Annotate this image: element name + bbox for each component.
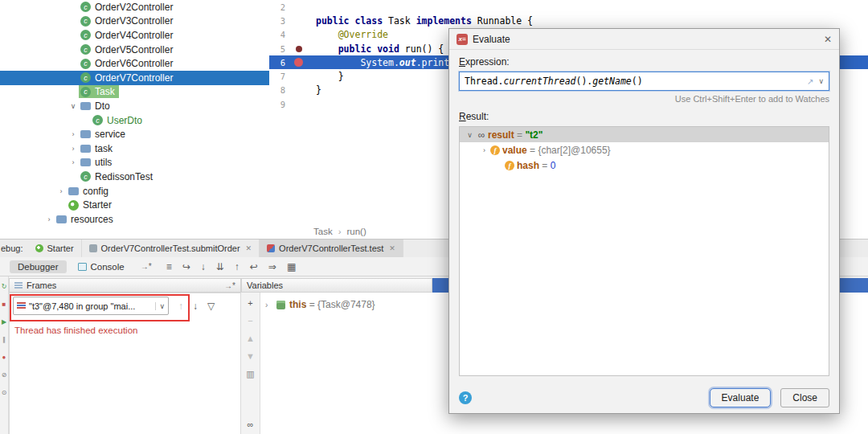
step-out-icon[interactable]: ↑ [235, 261, 240, 272]
settings-icon[interactable]: ⊙ [2, 389, 7, 396]
tree-item-content: cOrderV4Controller [79, 29, 177, 42]
chevron-right-icon[interactable]: › [68, 158, 79, 166]
chevron-right-icon[interactable]: › [55, 187, 67, 195]
tree-item-OrderV6Controller[interactable]: cOrderV6Controller [0, 56, 269, 71]
help-icon[interactable]: ? [459, 391, 472, 404]
view-breakpoints-grid-icon[interactable]: ▦ [287, 261, 296, 272]
show-execution-point-icon[interactable]: ≡ [166, 261, 172, 272]
breakpoint-icon[interactable] [294, 58, 303, 67]
previous-frame-icon[interactable]: ↑ [178, 301, 183, 312]
step-over-icon[interactable]: ↪ [182, 261, 190, 272]
tree-item-RedissonTest[interactable]: cRedissonTest [0, 170, 269, 184]
thread-selector[interactable]: "t3"@7,480 in group "mai... ∨ [13, 297, 169, 315]
close-tab-icon[interactable]: ✕ [246, 244, 252, 252]
stop-icon[interactable]: ■ [2, 301, 6, 308]
watches-hint: Use Ctrl+Shift+Enter to add to Watches [459, 94, 829, 104]
breadcrumb-method[interactable]: run() [347, 227, 366, 236]
tree-item-service[interactable]: ›service [0, 127, 269, 141]
evaluate-dialog: x= Evaluate ✕ Expression: Thread.current… [448, 28, 840, 414]
tree-item-content: config [67, 185, 113, 198]
force-step-into-icon[interactable]: ⇊ [216, 261, 224, 272]
tree-item-task[interactable]: ›task [0, 141, 269, 156]
chevron-down-icon[interactable]: ∨ [68, 102, 79, 110]
chevron-down-icon[interactable]: ∨ [818, 77, 824, 85]
expression-label: Expression: [459, 56, 829, 68]
chevron-right-icon[interactable]: › [479, 146, 489, 154]
tab-console[interactable]: Console [70, 260, 133, 273]
chevron-right-icon[interactable]: › [43, 215, 55, 223]
drop-frame-icon[interactable]: ↩ [250, 261, 258, 272]
chevron-right-icon[interactable]: › [68, 130, 79, 138]
move-watch-down-icon[interactable]: ▼ [246, 351, 255, 361]
dialog-title: Evaluate [473, 34, 510, 45]
gutter [287, 42, 316, 55]
tree-item-content: cOrderV7Controller [79, 72, 177, 84]
move-watch-up-icon[interactable]: ▲ [246, 334, 255, 343]
run-to-cursor-icon[interactable]: ⇒ [268, 261, 276, 272]
tree-item-content: task [79, 142, 117, 155]
duplicate-watch-icon[interactable]: ▥ [246, 369, 254, 379]
tree-item-OrderV7Controller[interactable]: cOrderV7Controller [0, 71, 269, 85]
tree-item-OrderV4Controller[interactable]: cOrderV4Controller [0, 28, 269, 43]
close-icon[interactable]: ✕ [824, 34, 832, 45]
close-tab-icon[interactable]: ✕ [389, 244, 395, 252]
tree-item-label: task [95, 143, 113, 154]
frames-options-icon[interactable]: →* [224, 281, 235, 290]
class-icon: c [80, 30, 91, 40]
gutter [287, 84, 316, 97]
expression-input[interactable]: Thread.currentThread().getName() ↗ ∨ [459, 72, 829, 91]
chevron-down-icon[interactable]: ∨ [155, 302, 165, 310]
chevron-right-icon[interactable]: › [68, 145, 79, 153]
frames-toolbar: "t3"@7,480 in group "mai... ∨ ↑ ↓ ▽ [13, 297, 215, 315]
scroll-to-end-icon[interactable]: →* [141, 262, 152, 271]
line-number: 8 [269, 85, 287, 95]
variables-toolbar: +−▲▼▥∞ [241, 293, 260, 434]
chevron-right-icon[interactable]: › [265, 301, 275, 309]
field-icon: f [505, 161, 514, 170]
tree-item-Starter[interactable]: Starter [0, 198, 269, 212]
rerun-icon[interactable]: ↻ [2, 283, 7, 290]
result-row-result[interactable]: ∨∞result = "t2" [460, 127, 829, 142]
tree-item-OrderV3Controller[interactable]: cOrderV3Controller [0, 14, 269, 29]
resume-icon[interactable]: ▶ [2, 318, 6, 326]
tab-debugger[interactable]: Debugger [10, 260, 67, 273]
folder-icon [80, 158, 91, 166]
dialog-body: Expression: Thread.currentThread().getNa… [449, 50, 839, 383]
tree-item-resources[interactable]: ›resources [0, 212, 269, 227]
filter-icon[interactable]: ▽ [207, 301, 215, 312]
tree-item-OrderV2Controller[interactable]: cOrderV2Controller [0, 0, 269, 14]
pause-icon[interactable]: ∥ [2, 336, 6, 343]
evaluate-watches-icon[interactable]: ∞ [248, 420, 254, 429]
evaluate-button[interactable]: Evaluate [710, 388, 772, 407]
variables-title: Variables [247, 280, 283, 290]
code-line-3[interactable]: 3public class Task implements Runnable { [269, 14, 868, 27]
tree-item-OrderV5Controller[interactable]: cOrderV5Controller [0, 43, 269, 57]
add-watch-icon[interactable]: + [248, 298, 252, 308]
tree-item-Dto[interactable]: ∨Dto [0, 99, 269, 113]
result-row-hash[interactable]: fhash = 0 [460, 158, 829, 173]
chevron-down-icon[interactable]: ∨ [465, 131, 475, 139]
mute-breakpoints-icon[interactable]: ⊘ [2, 371, 7, 379]
dialog-titlebar[interactable]: x= Evaluate ✕ [449, 29, 839, 50]
debugger-side-toolbar: ↻■▶∥●⊘⊙ [0, 276, 9, 434]
breadcrumb-class[interactable]: Task [313, 227, 333, 236]
session-tab-OrderV7ControllerTest.submitOrder[interactable]: OrderV7ControllerTest.submitOrder✕ [82, 240, 260, 257]
view-breakpoints-icon[interactable]: ● [2, 354, 6, 361]
result-row-value[interactable]: ›fvalue = {char[2]@10655} [460, 142, 829, 158]
tree-item-Task[interactable]: cTask [0, 85, 269, 100]
session-tab-OrderV7ControllerTest.test[interactable]: OrderV7ControllerTest.test✕ [260, 240, 403, 257]
variable-value: {Task@7478} [317, 299, 375, 310]
code-line-2[interactable]: 2 [269, 0, 868, 14]
tree-item-label: service [95, 129, 125, 140]
tree-item-UserDto[interactable]: cUserDto [0, 113, 269, 128]
test-red-icon [267, 244, 275, 252]
next-frame-icon[interactable]: ↓ [193, 301, 198, 312]
remove-watch-icon[interactable]: − [248, 316, 252, 326]
close-button[interactable]: Close [780, 388, 829, 407]
session-tab-Starter[interactable]: Starter [28, 240, 82, 257]
step-into-icon[interactable]: ↓ [201, 261, 206, 272]
tree-item-utils[interactable]: ›utils [0, 156, 269, 170]
tree-item-label: Dto [95, 100, 110, 112]
expand-icon[interactable]: ↗ [807, 77, 813, 86]
tree-item-config[interactable]: ›config [0, 184, 269, 199]
